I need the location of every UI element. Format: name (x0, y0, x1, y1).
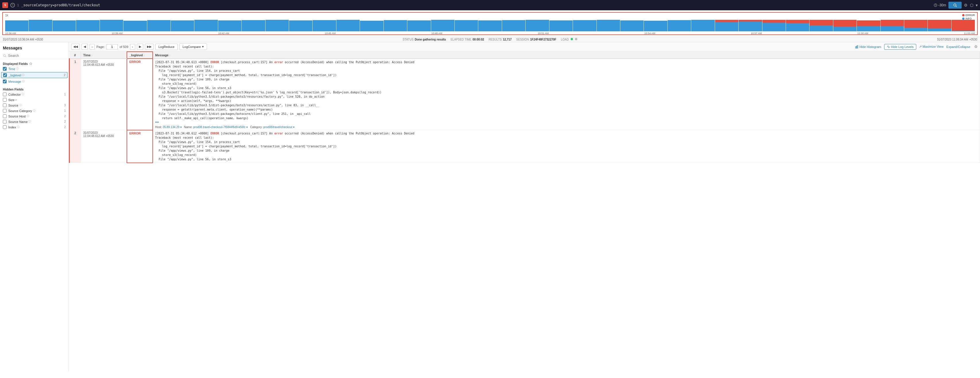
next-page-button[interactable]: › (130, 44, 135, 50)
error-word: error (274, 132, 283, 135)
more-options-icon[interactable]: ▾ (976, 3, 978, 8)
time-info-icon: ⓘ (16, 67, 19, 71)
histogram-bar (52, 21, 76, 31)
histogram-bar (336, 20, 360, 31)
field-item-message[interactable]: Message ⓘ (0, 79, 68, 84)
field-item-source-name[interactable]: Source Name ⓘ 2 (0, 119, 68, 124)
prev-page-button[interactable]: ‹ (89, 44, 95, 50)
histogram-bar (715, 20, 738, 31)
settings-icon[interactable]: ⚙ (964, 3, 968, 8)
row-loglevel: ERROR (127, 130, 153, 163)
category-link[interactable]: prod08/travel/checkout ▾ (263, 126, 294, 129)
status-bar: 31/07/2023 10:36:04 AM +0530 STATUS Done… (0, 37, 980, 42)
index-checkbox[interactable] (3, 125, 6, 129)
field-label-source: Source ⓘ (8, 104, 62, 107)
field-item-source-host[interactable]: Source Host ⓘ 2 (0, 113, 68, 119)
source-host-checkbox[interactable] (3, 114, 6, 118)
prev-first-button[interactable]: ◀◀ (71, 44, 80, 50)
message-checkbox[interactable] (3, 80, 6, 83)
query-text[interactable]: _sourceCategory=prod08/travel/checkout (21, 3, 931, 7)
col-header-loglevel[interactable]: _loglevel (127, 52, 153, 59)
col-header-num: # (70, 52, 81, 59)
hide-histogram-button[interactable]: Hide Histogram (855, 45, 881, 49)
histogram-bar (100, 20, 123, 31)
toolbar-right: Hide Histogram Hide Log Levels ↗ Maximiz… (855, 44, 978, 50)
legend-error: ERROR (962, 14, 975, 17)
size-checkbox[interactable] (3, 98, 6, 102)
index-badge: 2 (64, 126, 66, 129)
results-table: # Time _loglevel Message 1 31/07/2023 11… (69, 51, 980, 163)
field-item-time[interactable]: Time ⓘ (0, 66, 68, 72)
row-number: 1 (70, 59, 81, 130)
displayed-fields-header: Displayed Fields (0, 61, 68, 66)
row-message: [2023-07-31 05:34:48.612 +0000] ERROR [c… (153, 130, 980, 163)
field-item-source-category[interactable]: Source Category ⓘ 1 (0, 108, 68, 113)
page-label: Page: (97, 45, 105, 49)
histogram-legend: ERROR INFO (962, 14, 975, 20)
refresh-icon[interactable]: ↻ (10, 3, 15, 8)
maximize-button[interactable]: ↗ Maximize View (919, 45, 943, 49)
histogram-bar (266, 20, 289, 31)
prev-button[interactable]: ◀ (81, 44, 88, 50)
search-button[interactable] (948, 2, 962, 9)
log-reduce-button[interactable]: LogReduce (155, 44, 178, 50)
source-category-badge: 1 (64, 109, 66, 112)
histogram-bar (478, 21, 501, 31)
histogram-bar (573, 20, 596, 31)
time-range-value: -30m (939, 3, 946, 7)
source-category-checkbox[interactable] (3, 109, 6, 113)
field-item-loglevel[interactable]: _loglevel ⓘ 2 (1, 72, 67, 78)
histogram-bar (786, 20, 809, 31)
next-last-button[interactable]: ▶▶ (145, 44, 154, 50)
source-name-info-icon: ⓘ (29, 120, 31, 123)
status-center: STATUS Done gathering results ELAPSED TI… (403, 38, 577, 41)
histogram-bar (29, 20, 52, 31)
source-host-info-icon: ⓘ (27, 114, 29, 118)
histogram-bar (431, 20, 454, 31)
time-checkbox[interactable] (3, 67, 6, 71)
share-icon[interactable]: ⬡ (970, 3, 974, 8)
page-input[interactable] (106, 44, 118, 49)
field-label-size: Size # (8, 98, 66, 102)
source-checkbox[interactable] (3, 104, 6, 107)
field-item-index[interactable]: Index ⓘ 2 (0, 124, 68, 130)
collector-checkbox[interactable] (3, 93, 6, 96)
search-input[interactable] (8, 54, 66, 58)
host-link[interactable]: 35.89.134.29 ▾ (163, 126, 182, 129)
loglevel-error-label: ERROR (129, 132, 141, 135)
log-compare-button[interactable]: LogCompare ▾ (180, 43, 207, 50)
hidden-fields-header: Hidden Fields (0, 86, 68, 92)
field-label-source-host: Source Host ⓘ (8, 114, 62, 118)
svg-point-3 (3, 54, 5, 57)
field-item-size[interactable]: Size # (0, 97, 68, 102)
pin-icon[interactable] (29, 62, 32, 65)
histogram-bar (171, 21, 194, 31)
collector-info-icon: ⓘ (22, 93, 24, 96)
log-levels-icon (887, 45, 890, 49)
loglevel-checkbox[interactable] (3, 73, 7, 77)
histogram-bar (407, 21, 431, 31)
col-header-time[interactable]: Time (81, 52, 127, 59)
loglevel-badge: 2 (64, 73, 65, 77)
histogram-bar (691, 20, 714, 31)
expand-dots-button[interactable]: ••• (155, 120, 978, 124)
time-range-selector[interactable]: -30m (934, 3, 946, 7)
histogram-bar (668, 20, 691, 31)
histogram-bar (502, 20, 525, 31)
source-name-badge: 2 (64, 120, 66, 123)
app-icon: S (2, 2, 8, 8)
hide-log-levels-button[interactable]: Hide Log Levels (884, 44, 916, 50)
collector-badge: 1 (64, 93, 66, 96)
message-info-icon: ⓘ (22, 80, 25, 83)
expand-collapse-button[interactable]: Expand/Collapse (947, 45, 970, 49)
table-settings-icon[interactable]: ⚙ (974, 45, 978, 49)
histogram-bar (218, 21, 242, 31)
source-name-checkbox[interactable] (3, 120, 6, 123)
field-item-collector[interactable]: Collector ⓘ 1 (0, 92, 68, 97)
next-button[interactable]: ▶ (137, 44, 143, 50)
name-link[interactable]: prod08.travel-checkout-7f5844f6d9-k56fc … (193, 126, 248, 129)
field-item-source[interactable]: Source ⓘ 3 (0, 102, 68, 108)
error-word: error (274, 61, 283, 64)
col-header-message[interactable]: Message (153, 52, 980, 59)
error-keyword: ERROR (210, 132, 219, 135)
